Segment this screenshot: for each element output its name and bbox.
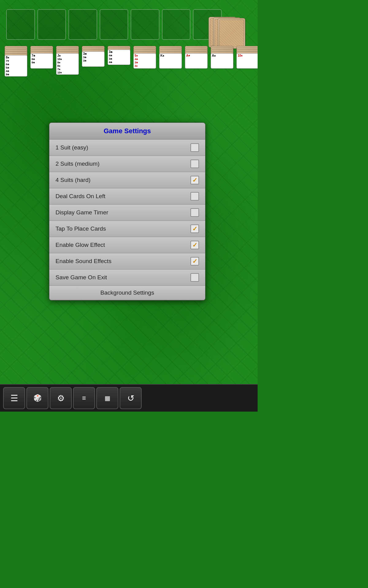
setting-2-suits[interactable]: 2 Suits (medium) bbox=[49, 156, 205, 172]
card-k-spades: K♠ bbox=[159, 53, 182, 69]
setting-display-timer-checkbox[interactable] bbox=[190, 208, 199, 217]
card-back-3 bbox=[218, 18, 245, 49]
slot-6 bbox=[162, 9, 191, 40]
setting-1-suit-label: 1 Suit (easy) bbox=[56, 144, 88, 151]
column-8[interactable]: A♥ bbox=[185, 46, 209, 77]
checkmark-sound: ✓ bbox=[192, 258, 197, 264]
column-2[interactable]: 7♣6♣9♣ bbox=[30, 46, 54, 77]
settings-panel: Game Settings 1 Suit (easy) 2 Suits (med… bbox=[49, 123, 205, 300]
menu-icon: ☰ bbox=[10, 393, 18, 403]
new-game-button[interactable]: 🎲 bbox=[26, 387, 48, 409]
setting-tap-to-place-checkbox[interactable]: ✓ bbox=[190, 224, 199, 233]
settings-overlay: Game Settings 1 Suit (easy) 2 Suits (med… bbox=[49, 123, 205, 300]
setting-2-suits-checkbox[interactable] bbox=[190, 160, 199, 168]
setting-2-suits-label: 2 Suits (medium) bbox=[56, 160, 100, 167]
columns-button[interactable]: ▦ bbox=[96, 387, 118, 409]
checkmark-tap: ✓ bbox=[192, 226, 197, 232]
setting-sound-effects-checkbox[interactable]: ✓ bbox=[190, 257, 199, 266]
card-deck bbox=[209, 17, 245, 49]
card-5-diamonds: 5♦4♣3♣4♠ bbox=[133, 53, 156, 69]
columns-icon: ▦ bbox=[105, 394, 110, 402]
setting-glow-effect-checkbox[interactable]: ✓ bbox=[190, 241, 199, 249]
setting-display-timer[interactable]: Display Game Timer bbox=[49, 205, 205, 221]
slot-4 bbox=[100, 9, 128, 40]
setting-save-game-label: Save Game On Exit bbox=[56, 274, 107, 281]
column-3[interactable]: J♠10♠9♠8♠7♠10♦ bbox=[56, 46, 80, 77]
card-8-spades: 8♠7♥6♣5♣4♣9♣ bbox=[5, 55, 27, 77]
undo-button[interactable]: ↺ bbox=[120, 387, 142, 409]
card-7-clubs: 7♣6♣9♣ bbox=[30, 53, 53, 69]
menu-button[interactable]: ☰ bbox=[3, 387, 25, 409]
card-clubs: 3♣4♣3♣4♣ bbox=[108, 50, 130, 65]
bottom-toolbar: ☰ 🎲 ⚙ ≡ ▦ ↺ bbox=[0, 384, 258, 412]
new-game-icon: 🎲 bbox=[33, 394, 42, 402]
setting-deal-cards-checkbox[interactable] bbox=[190, 192, 199, 201]
setting-deal-cards-label: Deal Cards On Left bbox=[56, 193, 105, 200]
card-3-clubs: 3♣3♣3♣ bbox=[82, 51, 105, 67]
setting-4-suits-label: 4 Suits (hard) bbox=[56, 177, 90, 183]
column-1[interactable]: 8♠7♥6♣5♣4♣9♣ bbox=[5, 46, 29, 77]
card-j-spades: J♠10♠9♠8♠7♠10♦ bbox=[56, 53, 79, 75]
card-a-spades: A♠ bbox=[211, 53, 233, 69]
card-a-hearts: A♥ bbox=[185, 53, 208, 69]
slot-3 bbox=[68, 9, 97, 40]
setting-glow-effect-label: Enable Glow Effect bbox=[56, 242, 105, 248]
setting-4-suits[interactable]: 4 Suits (hard) ✓ bbox=[49, 172, 205, 188]
undo-icon: ↺ bbox=[127, 393, 134, 403]
checkmark-glow: ✓ bbox=[192, 242, 197, 248]
column-10[interactable]: 10♦ bbox=[236, 46, 258, 77]
settings-button[interactable]: ⚙ bbox=[50, 387, 72, 409]
setting-4-suits-checkbox[interactable]: ✓ bbox=[190, 176, 199, 184]
column-6[interactable]: 5♦4♣3♣4♠ bbox=[133, 46, 157, 77]
slot-2 bbox=[37, 9, 66, 40]
setting-background-label: Background Settings bbox=[56, 289, 199, 296]
column-4[interactable]: 3♣3♣3♣ bbox=[82, 46, 106, 77]
setting-tap-to-place-label: Tap To Place Cards bbox=[56, 225, 106, 232]
column-5[interactable]: 3♣4♣3♣4♣ bbox=[108, 46, 132, 77]
setting-save-game-checkbox[interactable] bbox=[190, 273, 199, 282]
setting-sound-effects-label: Enable Sound Effects bbox=[56, 258, 111, 265]
setting-save-game[interactable]: Save Game On Exit bbox=[49, 270, 205, 286]
setting-sound-effects[interactable]: Enable Sound Effects ✓ bbox=[49, 253, 205, 270]
foundation-slots bbox=[6, 9, 251, 40]
setting-background[interactable]: Background Settings bbox=[49, 286, 205, 300]
setting-glow-effect[interactable]: Enable Glow Effect ✓ bbox=[49, 237, 205, 253]
deck-slot[interactable] bbox=[224, 9, 252, 40]
list-button[interactable]: ≡ bbox=[73, 387, 95, 409]
column-9[interactable]: A♠ bbox=[211, 46, 235, 77]
setting-tap-to-place[interactable]: Tap To Place Cards ✓ bbox=[49, 221, 205, 237]
checkmark-4-suits: ✓ bbox=[192, 177, 197, 183]
settings-icon: ⚙ bbox=[57, 393, 65, 403]
play-area: 8♠7♥6♣5♣4♣9♣ 7♣6♣9♣ J♠10♠9♠8♠7♠10♦ 3♣3♣3… bbox=[5, 46, 253, 77]
settings-title: Game Settings bbox=[49, 123, 205, 140]
setting-display-timer-label: Display Game Timer bbox=[56, 209, 108, 216]
card-10-diamonds: 10♦ bbox=[236, 53, 258, 69]
slot-5 bbox=[131, 9, 159, 40]
setting-1-suit[interactable]: 1 Suit (easy) bbox=[49, 140, 205, 156]
slot-1 bbox=[6, 9, 35, 40]
setting-1-suit-checkbox[interactable] bbox=[190, 143, 199, 152]
setting-deal-cards[interactable]: Deal Cards On Left bbox=[49, 188, 205, 205]
list-icon: ≡ bbox=[82, 394, 86, 402]
column-7[interactable]: K♠ bbox=[159, 46, 183, 77]
